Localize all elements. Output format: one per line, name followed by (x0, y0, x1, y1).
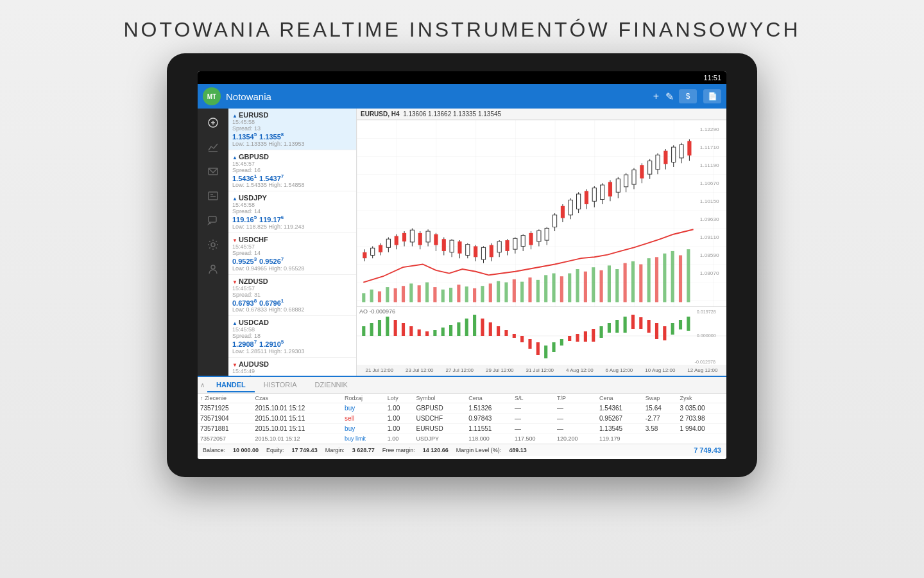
currency-icon[interactable]: $ (679, 89, 697, 103)
app-header: MT Notowania + ✎ $ 📄 (198, 84, 726, 109)
svg-rect-25 (371, 248, 375, 255)
sidebar (198, 109, 228, 376)
svg-rect-29 (386, 239, 390, 247)
order-profit: 2 703.98 (678, 414, 726, 424)
sidebar-terminal-icon[interactable] (201, 184, 225, 207)
quote-item-usdjpy[interactable]: ▲USDJPY 15:45:58 Spread: 14 119.165 119.… (228, 191, 356, 233)
equity-label: Equity: (266, 447, 284, 453)
quote-time: 15:45:58 (232, 202, 352, 208)
svg-rect-138 (615, 269, 619, 302)
svg-text:1.11710: 1.11710 (700, 144, 719, 150)
svg-rect-136 (600, 270, 603, 302)
quote-spread: Spread: 14 (232, 250, 352, 256)
svg-rect-108 (378, 292, 381, 302)
svg-rect-183 (624, 317, 627, 333)
edit-icon[interactable]: ✎ (665, 91, 674, 103)
trend-arrow: ▲ (232, 196, 237, 202)
svg-rect-131 (560, 276, 563, 302)
table-row[interactable]: 73571925 2015.10.01 15:12 buy 1.00 GBPUS… (198, 403, 726, 414)
svg-rect-180 (600, 326, 603, 338)
svg-rect-171 (528, 339, 531, 349)
col-sl: S/L (512, 394, 554, 403)
bottom-section: ∧ HANDEL HISTORIA DZIENNIK ↑ Zlecenie Cz… (198, 376, 726, 459)
svg-rect-152 (378, 320, 381, 336)
quote-item-gbpusd[interactable]: ▲GBPUSD 15:45:57 Spread: 16 1.54361 1.54… (228, 150, 356, 192)
quote-spread: Spread: 18 (232, 333, 352, 339)
quote-item-usdchf[interactable]: ▼USDCHF 15:45:57 Spread: 14 0.95253 0.95… (228, 233, 356, 275)
time-label: 10 Aug 12:00 (645, 367, 675, 373)
quote-item-nzdusd[interactable]: ▼NZDUSD 15:45:57 Spread: 31 0.67938 0.67… (228, 275, 356, 317)
svg-rect-91 (632, 170, 636, 184)
svg-rect-5 (209, 192, 218, 200)
time-label: 27 Jul 12:00 (445, 367, 474, 373)
pending-order-symbol: USDJPY (414, 434, 466, 444)
order-type: sell (342, 414, 385, 424)
order-time: 2015.10.01 15:12 (252, 403, 342, 414)
svg-text:1.11190: 1.11190 (700, 162, 719, 168)
svg-rect-106 (362, 293, 365, 302)
order-cur-price: 0.95267 (597, 414, 643, 424)
free-margin-label: Free margin: (382, 447, 415, 453)
table-row[interactable]: 73571881 2015.10.01 15:11 buy 1.00 EURUS… (198, 424, 726, 434)
sidebar-chart-icon[interactable] (201, 136, 225, 159)
bid-price: 119.165 (232, 215, 257, 223)
quote-item-usdcad[interactable]: ▲USDCAD 15:45:58 Spread: 18 1.29087 1.29… (228, 316, 356, 358)
col-tp: T/P (554, 394, 597, 403)
low-high: Low: 118.825 High: 119.243 (232, 223, 352, 230)
svg-rect-128 (536, 280, 540, 302)
add-icon[interactable]: + (653, 91, 659, 102)
sidebar-quotes-icon[interactable] (201, 111, 225, 134)
svg-rect-178 (584, 331, 587, 342)
order-cur-price: 1.13545 (597, 424, 643, 434)
balance-bar: Balance: 10 000.00 Equity: 17 749.43 Mar… (198, 444, 726, 456)
table-row[interactable]: 73571904 2015.10.01 15:11 sell 1.00 USDC… (198, 414, 726, 424)
app-title: Notowania (226, 91, 648, 102)
svg-rect-182 (615, 320, 619, 333)
quote-item-eurusd[interactable]: ▲EURUSD 15:45:58 Spread: 13 1.13545 1.13… (228, 109, 356, 150)
pending-order-row[interactable]: 73572057 2015.10.01 15:12 buy limit 1.00… (198, 434, 726, 444)
svg-text:1.09630: 1.09630 (700, 217, 719, 223)
svg-rect-103 (680, 144, 683, 158)
sidebar-chat-icon[interactable] (201, 209, 225, 232)
svg-rect-57 (497, 241, 501, 252)
sidebar-settings-icon[interactable] (201, 233, 225, 256)
tab-dziennik[interactable]: DZIENNIK (306, 378, 357, 392)
tab-handel[interactable]: HANDEL (207, 378, 255, 392)
pending-order-swap (643, 434, 678, 444)
header-right-icons: $ 📄 (679, 89, 721, 103)
trend-arrow: ▲ (232, 320, 237, 326)
svg-rect-63 (521, 236, 525, 247)
quote-item-audusd[interactable]: ▼AUDUSD 15:45:49 Spread: 21 0.72613 0.72… (228, 358, 356, 376)
sidebar-account-icon[interactable] (201, 258, 225, 281)
svg-rect-27 (379, 245, 382, 252)
tab-historia[interactable]: HISTORIA (255, 378, 306, 392)
chart-container[interactable]: 1.12290 1.11710 1.11190 1.10670 1.10150 … (357, 120, 726, 306)
quote-prices: 1.13545 1.13558 (232, 132, 352, 141)
svg-rect-167 (497, 326, 500, 336)
sidebar-mail-icon[interactable] (201, 160, 225, 183)
svg-rect-156 (409, 326, 413, 336)
col-zysk: Zysk (678, 394, 726, 403)
svg-rect-151 (370, 323, 373, 336)
bid-price: 1.54361 (232, 173, 257, 182)
svg-rect-114 (425, 283, 429, 302)
ask-super: 6 (281, 215, 284, 220)
pending-order-price: 118.000 (466, 434, 512, 444)
svg-text:1.09110: 1.09110 (700, 235, 719, 241)
svg-rect-77 (577, 194, 581, 209)
order-tp: — (554, 424, 597, 434)
svg-rect-139 (624, 263, 627, 302)
svg-rect-166 (489, 322, 492, 336)
document-icon[interactable]: 📄 (703, 89, 721, 103)
tablet-frame: 11:51 MT Notowania + ✎ $ 📄 (167, 53, 757, 477)
trend-arrow: ▲ (232, 155, 237, 161)
order-lots: 1.00 (385, 424, 414, 434)
svg-rect-130 (552, 274, 555, 302)
svg-text:0.019728: 0.019728 (697, 310, 716, 315)
svg-rect-189 (671, 323, 674, 335)
ask-price: 1.13558 (259, 132, 284, 141)
svg-rect-127 (528, 277, 531, 302)
svg-rect-75 (569, 200, 572, 215)
col-swap: Swap (643, 394, 678, 403)
svg-rect-65 (529, 233, 533, 245)
